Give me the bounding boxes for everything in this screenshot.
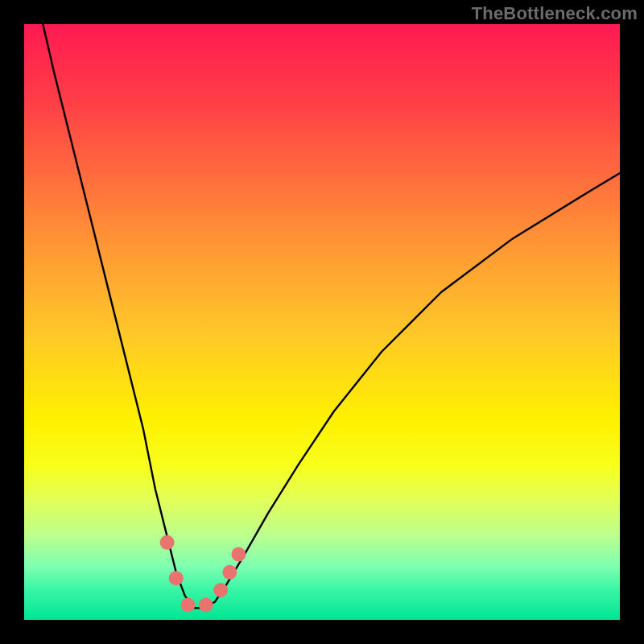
chart-svg: [24, 24, 620, 620]
highlight-dots: [160, 535, 246, 613]
chart-plot-area: [24, 24, 620, 620]
highlight-dot: [213, 583, 228, 597]
highlight-dot: [181, 598, 196, 613]
highlight-dot: [160, 535, 175, 550]
highlight-dot: [222, 565, 237, 580]
bottleneck-curve: [36, 0, 620, 608]
highlight-dot: [199, 598, 213, 613]
highlight-dot: [169, 571, 184, 585]
watermark-text: TheBottleneck.com: [472, 3, 638, 24]
highlight-dot: [231, 547, 246, 562]
